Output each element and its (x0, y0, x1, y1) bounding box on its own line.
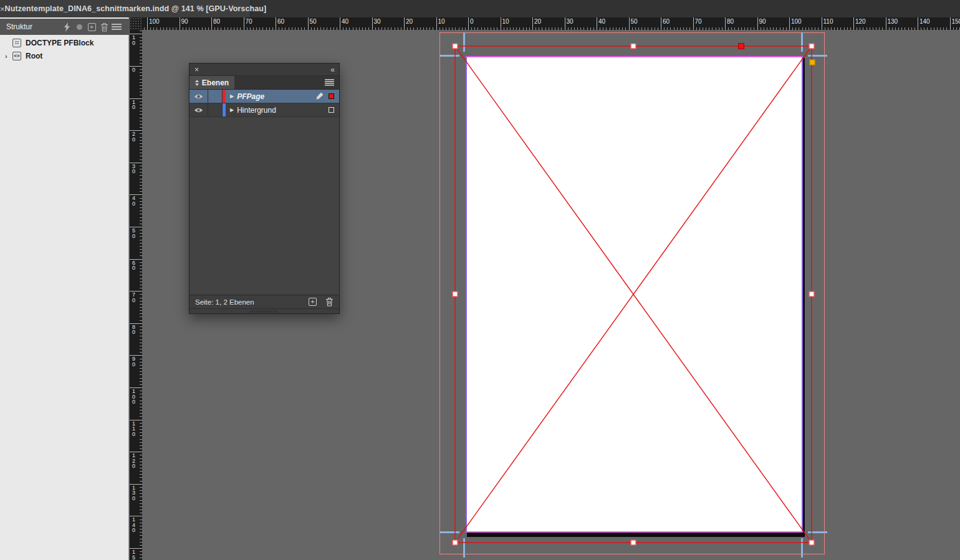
validate-structure-button[interactable] (60, 21, 73, 32)
layer-visibility-toggle[interactable] (190, 90, 208, 103)
structure-panel-header: Struktur + (0, 19, 129, 35)
layer-visibility-toggle[interactable] (190, 103, 208, 116)
ruler-label: 7 0 (132, 292, 140, 303)
handle-bottom-left[interactable] (453, 540, 458, 546)
ruler-label: 1 0 (132, 35, 140, 45)
ruler-minor-tick (140, 510, 142, 510)
tab-ebenen[interactable]: Ebenen (190, 76, 234, 89)
layer-selection-proxy[interactable] (329, 107, 334, 113)
structure-item-root[interactable]: ›<>Root (0, 49, 129, 62)
ruler-minor-tick (140, 111, 142, 112)
expand-arrow-icon[interactable]: › (5, 52, 12, 60)
ruler-minor-tick (497, 27, 497, 30)
ruler-minor-tick (140, 316, 142, 317)
layer-name[interactable]: Hintergrund (237, 106, 276, 115)
ruler-minor-tick (140, 72, 142, 73)
layer-selection-proxy[interactable] (329, 93, 334, 99)
layer-disclosure-icon[interactable]: ▶ (230, 93, 234, 99)
ruler-minor-tick (140, 506, 142, 507)
ruler-minor-tick (140, 523, 142, 523)
element-icon: ∷ (12, 39, 21, 47)
ruler-minor-tick (722, 27, 722, 30)
delete-layer-button[interactable] (325, 297, 334, 306)
ruler-minor-tick (140, 410, 142, 411)
ruler-minor-tick (262, 27, 263, 30)
ruler-label: 3 0 (132, 164, 140, 174)
layers-panel-menu-button[interactable] (325, 79, 334, 86)
ruler-minor-tick (140, 481, 142, 482)
ruler-minor-tick (519, 27, 520, 30)
ruler-minor-tick (140, 551, 142, 552)
grip-icon (251, 310, 278, 313)
ruler-minor-tick (786, 27, 787, 30)
handle-top-center[interactable] (631, 44, 636, 49)
ruler-minor-tick (529, 27, 530, 30)
ruler-minor-tick (510, 27, 511, 30)
live-corner-widget[interactable] (810, 60, 815, 65)
ruler-minor-tick (812, 27, 812, 30)
layers-panel-statusbar: Seite: 1, 2 Ebenen + (190, 295, 339, 308)
horizontal-ruler[interactable]: 1009080706050403020100102030405060708090… (142, 17, 960, 30)
panel-resize-handle[interactable] (190, 308, 339, 313)
ruler-minor-tick (744, 27, 745, 30)
ruler-minor-tick (937, 27, 938, 30)
ruler-origin-box[interactable] (130, 17, 142, 30)
ruler-minor-tick (140, 445, 142, 446)
layer-disclosure-icon[interactable]: ▶ (230, 107, 234, 113)
ruler-minor-tick (140, 127, 142, 128)
ruler-minor-tick (764, 27, 764, 30)
selected-anchor-point[interactable] (738, 43, 744, 49)
ruler-minor-tick (304, 27, 305, 30)
ruler-minor-tick (140, 503, 142, 504)
ruler-minor-tick (140, 272, 142, 272)
handle-middle-left[interactable] (453, 292, 458, 297)
close-panel-icon[interactable]: × (194, 65, 199, 74)
ruler-minor-tick (140, 275, 142, 275)
ruler-minor-tick (140, 85, 142, 86)
ruler-minor-tick (140, 435, 142, 436)
ruler-minor-tick (140, 423, 142, 424)
ruler-minor-tick (272, 27, 273, 30)
layer-row-hintergrund[interactable]: ▶Hintergrund (190, 103, 339, 117)
ruler-minor-tick (927, 27, 928, 30)
structure-item-doctype-pfblock[interactable]: ∷DOCTYPE PFBlock (0, 36, 129, 49)
handle-middle-right[interactable] (809, 292, 815, 297)
ruler-minor-tick (237, 27, 238, 30)
ruler-minor-tick (703, 27, 703, 30)
vertical-ruler[interactable]: 1 001 02 03 04 05 06 07 08 09 01 0 01 1 … (130, 30, 142, 560)
handle-top-left[interactable] (453, 44, 458, 49)
record-icon[interactable] (73, 21, 85, 32)
ruler-minor-tick (279, 27, 279, 30)
new-layer-button[interactable]: + (309, 298, 317, 306)
ruler-minor-tick (140, 416, 142, 417)
delete-element-button[interactable] (98, 21, 110, 32)
document-tab[interactable]: × Nutzentemplate_DINA6_schnittmarken.ind… (0, 0, 251, 17)
ruler-label: 1 0 0 (132, 389, 140, 405)
collapse-panel-icon[interactable]: « (330, 65, 334, 74)
ruler-minor-tick (805, 27, 806, 30)
ruler-minor-tick (140, 529, 142, 529)
layer-lock-cell[interactable] (208, 103, 223, 116)
close-tab-icon[interactable]: × (0, 4, 5, 14)
add-element-button[interactable]: + (85, 21, 98, 32)
ruler-minor-tick (221, 27, 221, 30)
structure-panel-menu-button[interactable] (110, 21, 123, 32)
ruler-minor-tick (140, 188, 142, 189)
ruler-minor-tick (914, 27, 915, 30)
handle-top-right[interactable] (809, 44, 815, 49)
ruler-minor-tick (140, 50, 142, 50)
handle-bottom-right[interactable] (809, 540, 815, 546)
ruler-major-tick (308, 17, 309, 30)
ruler-minor-tick (330, 27, 331, 30)
layers-panel-titlebar[interactable]: × « (190, 64, 339, 76)
ruler-minor-tick (638, 27, 639, 30)
ruler-minor-tick (198, 27, 199, 30)
handle-bottom-center[interactable] (631, 540, 636, 546)
ruler-minor-tick (140, 343, 142, 343)
layer-name[interactable]: PFPage (237, 92, 264, 101)
ruler-label: 90 (759, 18, 766, 25)
ruler-minor-tick (189, 27, 190, 30)
layer-lock-cell[interactable] (208, 90, 223, 103)
layer-row-pfpage[interactable]: ▶PFPage (190, 90, 339, 103)
structure-panel: Struktur + ∷DOCTYPE PFBlock›<>Root (0, 17, 129, 560)
